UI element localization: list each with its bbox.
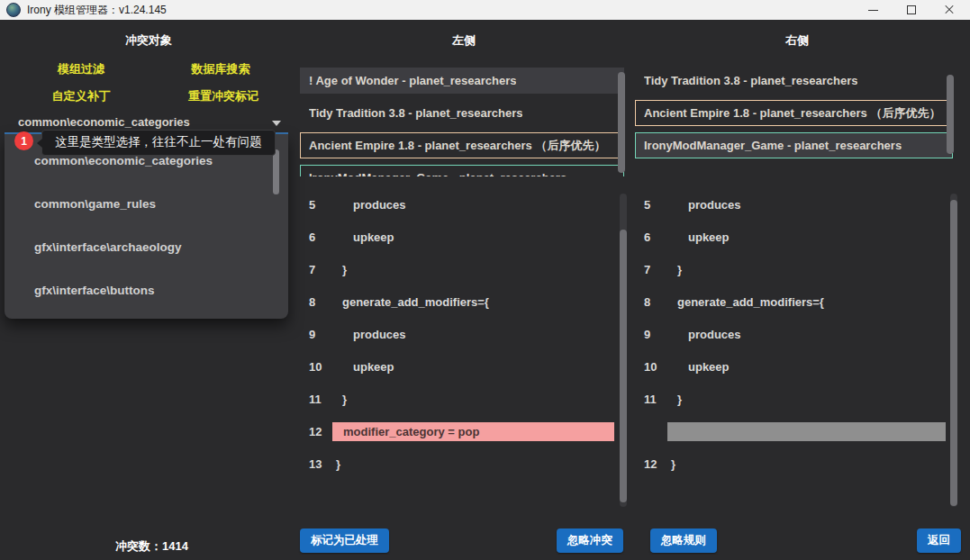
- right-code-scrollbar-thumb[interactable]: [950, 200, 957, 506]
- line-number: 12: [300, 425, 332, 438]
- dropdown-item-label: gfx\interface\buttons: [34, 284, 155, 297]
- maximize-button[interactable]: [899, 0, 924, 20]
- code-line[interactable]: 7 }: [300, 253, 617, 285]
- line-text: [667, 422, 946, 441]
- line-number: 9: [300, 328, 332, 341]
- tooltip-text: 这里是类型选择，往往不止一处有问题: [55, 135, 262, 149]
- ignore-rule-button[interactable]: 忽略规则: [650, 528, 717, 553]
- line-text: generate_add_modifiers={: [667, 295, 824, 309]
- code-line[interactable]: 10 upkeep: [635, 350, 948, 383]
- mod-label: IronyModManager_Game - planet_researcher…: [309, 171, 567, 176]
- line-text: modifier_category = pop: [332, 422, 614, 441]
- mod-filter-button[interactable]: 模组过滤: [32, 61, 131, 77]
- code-line[interactable]: 6 upkeep: [300, 221, 617, 253]
- chevron-down-icon: [272, 121, 281, 126]
- mod-label: Ancient Empire 1.8 - planet_researchers …: [309, 138, 605, 154]
- database-search-button[interactable]: 数据库搜索: [167, 61, 275, 77]
- line-text: upkeep: [667, 230, 730, 244]
- dropdown-item[interactable]: common\game_rules: [5, 182, 288, 225]
- code-line[interactable]: 8 generate_add_modifiers={: [635, 285, 948, 318]
- code-line[interactable]: 5 produces: [300, 188, 617, 221]
- line-number: 6: [300, 230, 332, 244]
- conflict-count-label: 冲突数：: [115, 539, 162, 553]
- mod-label: IronyModManager_Game - planet_researcher…: [644, 139, 902, 152]
- code-line[interactable]: 10 upkeep: [300, 350, 617, 383]
- back-button[interactable]: 返回: [917, 528, 961, 553]
- code-line[interactable]: 12 modifier_category = pop: [300, 415, 617, 447]
- code-line[interactable]: 8 generate_add_modifiers={: [300, 285, 617, 318]
- line-text: produces: [332, 198, 406, 212]
- category-selector-value: common\economic_categories: [18, 115, 190, 129]
- line-number: 8: [635, 295, 667, 309]
- line-number: 6: [635, 230, 667, 244]
- mod-label: Ancient Empire 1.8 - planet_researchers …: [644, 105, 940, 122]
- mod-list-item[interactable]: IronyModManager_Game - planet_researcher…: [635, 132, 953, 158]
- line-text: upkeep: [667, 360, 730, 374]
- line-text: }: [332, 263, 347, 276]
- line-text: }: [667, 457, 675, 471]
- line-text: generate_add_modifiers={: [332, 295, 489, 309]
- dropdown-item[interactable]: gfx\interface\archaeology: [5, 225, 288, 268]
- line-number: 11: [635, 393, 667, 406]
- line-text: produces: [667, 198, 741, 212]
- left-mod-list: ! Age of Wonder - planet_researchers Tid…: [300, 68, 624, 176]
- close-button[interactable]: [937, 0, 962, 20]
- line-number: 9: [635, 328, 667, 341]
- code-line[interactable]: 9 produces: [635, 318, 948, 350]
- code-line[interactable]: 11 }: [635, 383, 948, 415]
- mod-list-item[interactable]: Ancient Empire 1.8 - planet_researchers …: [635, 100, 953, 126]
- left-column-header: 左侧: [300, 32, 628, 47]
- mod-list-item[interactable]: Tidy Tradition 3.8 - planet_researchers: [300, 100, 624, 126]
- line-number: 8: [300, 295, 332, 309]
- conflict-count-value: 1414: [162, 539, 188, 553]
- right-code-panel: 5 produces 6 upkeep 7 } 8 generate_add_m…: [635, 188, 948, 480]
- conflict-count: 冲突数：1414: [115, 538, 188, 555]
- mod-list-item[interactable]: Tidy Tradition 3.8 - planet_researchers: [635, 68, 953, 94]
- dropdown-scrollbar-thumb[interactable]: [273, 149, 279, 194]
- line-number: 12: [635, 457, 667, 471]
- code-line[interactable]: [635, 415, 948, 447]
- minimize-icon: [868, 10, 878, 11]
- code-line[interactable]: 11 }: [300, 383, 617, 415]
- line-text: }: [667, 263, 682, 276]
- line-number: 5: [635, 198, 667, 212]
- mark-processed-button[interactable]: 标记为已处理: [300, 528, 389, 553]
- left-code-scrollbar-thumb[interactable]: [620, 230, 627, 502]
- line-text: }: [667, 393, 682, 406]
- mod-list-item[interactable]: IronyModManager_Game - planet_researcher…: [300, 165, 624, 176]
- line-number: 5: [300, 198, 332, 212]
- line-text: }: [332, 457, 340, 471]
- dropdown-item-label: gfx\interface\archaeology: [34, 240, 182, 254]
- code-line[interactable]: 5 produces: [635, 188, 948, 221]
- line-text: produces: [667, 328, 741, 341]
- right-mod-list-scrollbar-thumb[interactable]: [947, 75, 954, 154]
- code-line[interactable]: 7 }: [635, 253, 948, 285]
- mod-label: ! Age of Wonder - planet_researchers: [309, 74, 516, 87]
- line-text: upkeep: [332, 230, 394, 244]
- maximize-icon: [907, 5, 916, 14]
- app-icon: [6, 3, 21, 17]
- line-number: 7: [300, 263, 332, 276]
- ignore-conflict-button[interactable]: 忽略冲突: [557, 528, 623, 553]
- line-text: produces: [332, 328, 406, 341]
- right-column-header: 右侧: [635, 32, 959, 47]
- mod-list-item[interactable]: Ancient Empire 1.8 - planet_researchers …: [300, 132, 624, 158]
- line-number: 11: [300, 393, 332, 406]
- dropdown-item[interactable]: gfx\interface\buttons: [5, 268, 288, 312]
- code-line[interactable]: 12 }: [635, 447, 948, 480]
- custom-patch-button[interactable]: 自定义补丁: [27, 88, 135, 104]
- mod-label: Tidy Tradition 3.8 - planet_researchers: [309, 106, 522, 120]
- minimize-button[interactable]: [860, 0, 885, 20]
- conflicts-column-header: 冲突对象: [0, 32, 297, 47]
- mod-list-item[interactable]: ! Age of Wonder - planet_researchers: [300, 68, 624, 94]
- code-line[interactable]: 13 }: [300, 447, 617, 480]
- code-line[interactable]: 6 upkeep: [635, 221, 948, 253]
- left-mod-list-scrollbar-thumb[interactable]: [618, 72, 625, 173]
- reset-conflict-marks-button[interactable]: 重置冲突标记: [165, 88, 282, 104]
- right-mod-list: Tidy Tradition 3.8 - planet_researchers …: [635, 68, 953, 176]
- code-line[interactable]: 9 produces: [300, 318, 617, 350]
- mod-label: Tidy Tradition 3.8 - planet_researchers: [644, 74, 857, 87]
- line-number: 7: [635, 263, 667, 276]
- line-text: upkeep: [332, 360, 394, 374]
- titlebar: Irony 模组管理器：v1.24.145: [0, 0, 970, 20]
